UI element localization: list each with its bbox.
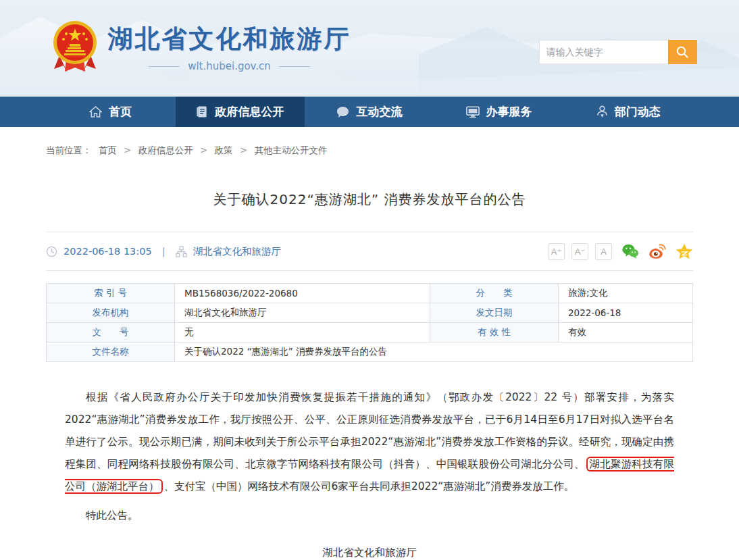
- chat-bubble-icon: [336, 106, 349, 118]
- font-decrease-button[interactable]: A⁻: [571, 243, 588, 260]
- meta-value-index-no: MB1568036/2022-20680: [175, 284, 430, 303]
- meta-value-doc-title: 关于确认2022 “惠游湖北” 消费券发放平台的公告: [175, 342, 693, 362]
- monitor-icon: [466, 106, 480, 118]
- search-icon: [676, 45, 689, 59]
- article-paragraph: 根据《省人民政府办公厅关于印发加快消费恢复提振若干措施的通知》（鄂政办发〔202…: [65, 386, 674, 498]
- article-meta-bar: 2022-06-18 13:05 | 湖北省文化和旅游厅 A⁺ A⁻ A: [46, 232, 693, 271]
- meta-label-index-no: 索 引 号: [47, 284, 175, 303]
- breadcrumb-separator: >: [240, 145, 247, 155]
- table-row: 索 引 号 MB1568036/2022-20680 分 类 旅游;文化: [47, 284, 693, 303]
- article-signature: 湖北省文化和旅游厅 2022年6月18日: [46, 542, 693, 560]
- article-body: 根据《省人民政府办公厅关于印发加快消费恢复提振若干措施的通知》（鄂政办发〔202…: [46, 386, 693, 527]
- publish-datetime: 2022-06-18 13:05: [63, 246, 152, 257]
- table-row: 文 号 无 有 效 性 有效: [47, 323, 693, 342]
- article-title: 关于确认2022“惠游湖北” 消费券发放平台的公告: [46, 190, 693, 209]
- table-row: 文件名称 关于确认2022 “惠游湖北” 消费券发放平台的公告: [47, 342, 693, 362]
- meta-label-validity: 有 效 性: [430, 323, 559, 342]
- meta-label-category: 分 类: [430, 284, 559, 303]
- nav-item-label: 政府信息公开: [215, 104, 284, 120]
- document-meta-table: 索 引 号 MB1568036/2022-20680 分 类 旅游;文化 发布机…: [46, 283, 693, 362]
- nav-item-services[interactable]: 办事服务: [434, 97, 564, 127]
- nav-item-label: 互动交流: [356, 104, 402, 120]
- nav-item-home[interactable]: 首页: [46, 97, 176, 127]
- signer-name: 湖北省文化和旅游厅: [46, 542, 693, 560]
- meta-value-doc-no: 无: [175, 323, 430, 342]
- meta-value-issue-date: 2022-06-18: [559, 303, 693, 323]
- meta-label-doc-no: 文 号: [47, 323, 175, 342]
- nav-item-label: 部门动态: [615, 104, 661, 120]
- site-url: wlt.hubei.gov.cn: [108, 60, 351, 72]
- table-row: 发布机构 湖北省文化和旅游厅 发文日期 2022-06-18: [47, 303, 693, 323]
- home-icon: [89, 105, 102, 118]
- breadcrumb-item-other-docs[interactable]: 其他主动公开文件: [255, 145, 328, 155]
- paragraph-text: 、支付宝（中国）网络技术有限公司6家平台共同承担2022“惠游湖北”消费券发放工…: [164, 480, 575, 492]
- breadcrumb-item-gov-info[interactable]: 政府信息公开: [138, 145, 193, 155]
- person-badge-icon: [596, 105, 608, 118]
- meta-label-doc-title: 文件名称: [47, 342, 175, 362]
- breadcrumb-label: 当前位置：: [46, 145, 92, 155]
- clock-icon: [46, 246, 57, 257]
- breadcrumb-separator: >: [200, 145, 207, 155]
- site-title: 湖北省文化和旅游厅: [108, 22, 351, 56]
- breadcrumb-item-policy[interactable]: 政策: [215, 145, 233, 155]
- breadcrumb-separator: >: [124, 145, 131, 155]
- document-icon: [196, 105, 208, 118]
- breadcrumb: 当前位置： 首页 > 政府信息公开 > 政策 > 其他主动公开文件: [46, 127, 693, 157]
- nav-item-gov-info[interactable]: 政府信息公开: [176, 97, 305, 127]
- notice-line: 特此公告。: [65, 505, 674, 527]
- weibo-share-icon[interactable]: [648, 243, 666, 260]
- nav-item-interaction[interactable]: 互动交流: [305, 97, 434, 127]
- meta-value-category: 旅游;文化: [559, 284, 693, 303]
- meta-label-issuer: 发布机构: [47, 303, 175, 323]
- font-increase-button[interactable]: A⁺: [548, 243, 565, 260]
- meta-label-issue-date: 发文日期: [430, 303, 559, 323]
- site-logo[interactable]: 湖北省文化和旅游厅 wlt.hubei.gov.cn: [53, 20, 351, 74]
- paragraph-text: 根据《省人民政府办公厅关于印发加快消费恢复提振若干措施的通知》（鄂政办发〔202…: [65, 391, 674, 470]
- main-content: 当前位置： 首页 > 政府信息公开 > 政策 > 其他主动公开文件 关于确认20…: [46, 127, 693, 560]
- meta-value-validity: 有效: [559, 323, 693, 342]
- qzone-share-icon[interactable]: [676, 243, 693, 260]
- meta-value-issuer: 湖北省文化和旅游厅: [175, 303, 430, 323]
- search-box: [539, 40, 697, 64]
- article-source[interactable]: 湖北省文化和旅游厅: [193, 245, 282, 258]
- font-reset-button[interactable]: A: [595, 243, 612, 260]
- source-sitemap-icon: [176, 246, 187, 257]
- national-emblem-icon: [53, 20, 97, 74]
- search-button[interactable]: [668, 40, 697, 64]
- nav-item-department-news[interactable]: 部门动态: [563, 97, 693, 127]
- meta-divider: |: [162, 246, 165, 257]
- site-header: 湖北省文化和旅游厅 wlt.hubei.gov.cn: [0, 0, 739, 97]
- wechat-share-icon[interactable]: [621, 243, 639, 260]
- search-input[interactable]: [539, 40, 668, 64]
- breadcrumb-item-home[interactable]: 首页: [99, 145, 117, 155]
- main-navigation: 首页 政府信息公开 互动交流 办事服务: [0, 97, 739, 127]
- nav-item-label: 办事服务: [486, 104, 532, 120]
- nav-item-label: 首页: [109, 104, 132, 120]
